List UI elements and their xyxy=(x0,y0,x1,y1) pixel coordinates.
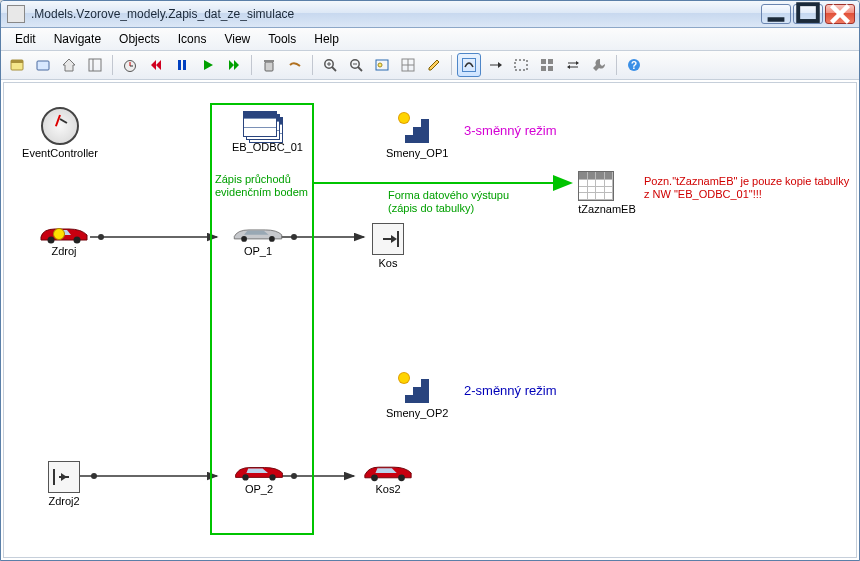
node-label: EventController xyxy=(20,147,100,159)
menu-edit[interactable]: Edit xyxy=(7,30,44,48)
node-label: Zdroj2 xyxy=(42,495,86,507)
model-canvas[interactable]: EventController EB_ODBC_01 Smeny_OP1 tZa… xyxy=(3,82,857,558)
pause-icon[interactable] xyxy=(170,53,194,77)
label-forma: Forma datového výstupu (zápis do tabulky… xyxy=(388,189,509,214)
toolbar: ? xyxy=(1,51,859,80)
label-regime3: 3-směnný režim xyxy=(464,123,556,138)
double-arrow-icon[interactable] xyxy=(561,53,585,77)
open-class-library-icon[interactable] xyxy=(5,53,29,77)
menu-icons[interactable]: Icons xyxy=(170,30,215,48)
open-model-icon[interactable] xyxy=(31,53,55,77)
minimize-button[interactable] xyxy=(761,4,791,24)
window-title: .Models.Vzorove_modely.Zapis_dat_ze_simu… xyxy=(7,5,761,23)
cut-icon[interactable] xyxy=(283,53,307,77)
label-zapis-line2: evidenčním bodem xyxy=(215,186,308,199)
svg-rect-12 xyxy=(178,60,181,70)
label-regime2: 2-směnný režim xyxy=(464,383,556,398)
wrench-icon[interactable] xyxy=(587,53,611,77)
stacked-table-icon xyxy=(243,111,281,139)
svg-point-24 xyxy=(378,63,382,67)
node-op2[interactable]: OP_2 xyxy=(224,461,294,495)
svg-rect-30 xyxy=(515,60,527,70)
toggle-grid-icon[interactable] xyxy=(396,53,420,77)
node-zdroj2[interactable]: Zdroj2 xyxy=(42,461,86,507)
app-icon xyxy=(7,5,25,23)
edit-pencil-icon[interactable] xyxy=(422,53,446,77)
svg-line-17 xyxy=(332,67,336,71)
svg-rect-34 xyxy=(548,66,553,71)
window-title-text: .Models.Vzorove_modely.Zapis_dat_ze_simu… xyxy=(31,7,294,21)
inheritance-icon[interactable] xyxy=(483,53,507,77)
svg-rect-14 xyxy=(265,62,273,71)
node-label: OP_2 xyxy=(224,483,294,495)
car-icon xyxy=(229,461,289,481)
grid-4-icon[interactable] xyxy=(535,53,559,77)
label-forma-line2: (zápis do tabulky) xyxy=(388,202,509,215)
dotted-rect-icon[interactable] xyxy=(509,53,533,77)
node-kos[interactable]: Kos xyxy=(368,223,408,269)
node-zdroj[interactable]: Zdroj xyxy=(32,223,96,257)
zoom-out-icon[interactable] xyxy=(344,53,368,77)
source-icon xyxy=(48,461,80,493)
status-dot-icon xyxy=(53,228,65,240)
car-icon xyxy=(360,461,416,481)
svg-point-51 xyxy=(269,236,275,242)
node-label: Zdroj xyxy=(32,245,96,257)
node-smeny-op2[interactable]: Smeny_OP2 xyxy=(386,371,442,419)
toolbar-separator xyxy=(616,55,617,75)
label-pozn: Pozn."tZaznamEB" je pouze kopie tabulky … xyxy=(644,175,849,200)
svg-rect-33 xyxy=(541,66,546,71)
fast-forward-icon[interactable] xyxy=(222,53,246,77)
label-zapis: Zápis průchodů evidenčním bodem xyxy=(215,173,308,198)
titlebar[interactable]: .Models.Vzorove_modely.Zapis_dat_ze_simu… xyxy=(1,1,859,28)
shift-icon xyxy=(397,371,431,405)
svg-rect-31 xyxy=(541,59,546,64)
node-op1[interactable]: OP_1 xyxy=(218,223,298,257)
node-smeny-op1[interactable]: Smeny_OP1 xyxy=(386,111,442,159)
close-button[interactable] xyxy=(825,4,855,24)
svg-point-54 xyxy=(371,474,378,481)
svg-rect-32 xyxy=(548,59,553,64)
svg-rect-6 xyxy=(37,61,49,70)
node-tzaznameb[interactable]: tZaznamEB xyxy=(578,171,636,215)
zoom-in-icon[interactable] xyxy=(318,53,342,77)
menu-navigate[interactable]: Navigate xyxy=(46,30,109,48)
svg-rect-5 xyxy=(11,60,23,63)
svg-text:?: ? xyxy=(631,60,637,71)
svg-point-50 xyxy=(241,236,247,242)
label-pozn-line2: z NW "EB_ODBC_01"!!! xyxy=(644,188,849,201)
table-icon xyxy=(578,171,614,201)
play-icon[interactable] xyxy=(196,53,220,77)
node-label: Smeny_OP2 xyxy=(386,407,442,419)
help-icon[interactable]: ? xyxy=(622,53,646,77)
connector-icon[interactable] xyxy=(457,53,481,77)
node-label: Kos xyxy=(368,257,408,269)
delete-icon[interactable] xyxy=(257,53,281,77)
svg-rect-15 xyxy=(264,60,274,62)
maximize-button[interactable] xyxy=(793,4,823,24)
fit-window-icon[interactable] xyxy=(370,53,394,77)
sink-icon xyxy=(372,223,404,255)
menu-tools[interactable]: Tools xyxy=(260,30,304,48)
svg-point-53 xyxy=(269,474,275,480)
clock-icon xyxy=(41,107,79,145)
toggle-explorer-icon[interactable] xyxy=(83,53,107,77)
event-controller-icon[interactable] xyxy=(118,53,142,77)
node-event-controller[interactable]: EventController xyxy=(20,107,100,159)
shift-icon xyxy=(397,111,431,145)
node-label: OP_1 xyxy=(218,245,298,257)
home-icon[interactable] xyxy=(57,53,81,77)
svg-point-55 xyxy=(398,474,405,481)
svg-point-49 xyxy=(74,237,81,244)
car-icon xyxy=(37,223,91,243)
node-eb-odbc[interactable]: EB_ODBC_01 xyxy=(232,111,292,153)
node-kos2[interactable]: Kos2 xyxy=(358,461,418,495)
rewind-icon[interactable] xyxy=(144,53,168,77)
window-frame: .Models.Vzorove_modely.Zapis_dat_ze_simu… xyxy=(0,0,860,561)
node-label: tZaznamEB xyxy=(578,203,636,215)
menu-help[interactable]: Help xyxy=(306,30,347,48)
toolbar-separator xyxy=(112,55,113,75)
menu-objects[interactable]: Objects xyxy=(111,30,168,48)
menu-view[interactable]: View xyxy=(216,30,258,48)
svg-line-21 xyxy=(358,67,362,71)
